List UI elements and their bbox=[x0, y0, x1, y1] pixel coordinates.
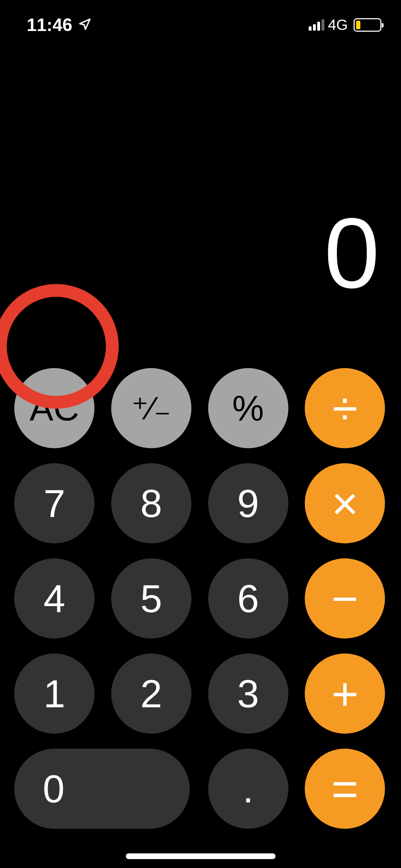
three-button[interactable]: 3 bbox=[208, 653, 288, 734]
four-button[interactable]: 4 bbox=[14, 558, 94, 639]
sign-button[interactable]: ⁺⁄₋ bbox=[111, 368, 191, 448]
percent-button[interactable]: % bbox=[208, 368, 288, 448]
status-right: 4G bbox=[309, 16, 381, 33]
calculator-keypad: AC ⁺⁄₋ % ÷ 7 8 9 × 4 5 6 − 1 2 3 + 0 . = bbox=[14, 368, 387, 829]
five-button[interactable]: 5 bbox=[111, 558, 191, 639]
equals-button[interactable]: = bbox=[305, 749, 385, 829]
status-time: 11:46 bbox=[27, 15, 72, 35]
multiply-button[interactable]: × bbox=[305, 463, 385, 543]
signal-icon bbox=[309, 19, 324, 31]
six-button[interactable]: 6 bbox=[208, 558, 288, 639]
divide-button[interactable]: ÷ bbox=[305, 368, 385, 448]
location-icon bbox=[78, 15, 92, 35]
two-button[interactable]: 2 bbox=[111, 653, 191, 734]
status-bar: 11:46 4G bbox=[0, 0, 401, 50]
network-label: 4G bbox=[328, 16, 348, 33]
zero-button[interactable]: 0 bbox=[14, 749, 190, 829]
calculator-display: 0 bbox=[21, 203, 380, 303]
minus-button[interactable]: − bbox=[305, 558, 385, 639]
nine-button[interactable]: 9 bbox=[208, 463, 288, 543]
clear-button[interactable]: AC bbox=[14, 368, 94, 448]
home-indicator[interactable] bbox=[126, 853, 276, 859]
eight-button[interactable]: 8 bbox=[111, 463, 191, 543]
one-button[interactable]: 1 bbox=[14, 653, 94, 734]
plus-button[interactable]: + bbox=[305, 653, 385, 734]
status-left: 11:46 bbox=[20, 15, 92, 35]
seven-button[interactable]: 7 bbox=[14, 463, 94, 543]
battery-icon bbox=[354, 18, 381, 32]
decimal-button[interactable]: . bbox=[208, 749, 288, 829]
sign-label: ⁺⁄₋ bbox=[132, 389, 171, 427]
